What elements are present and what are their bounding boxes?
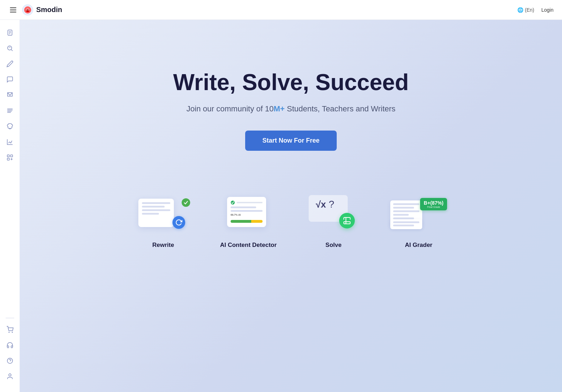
hero-section: Write, Solve, Succeed Join our community… bbox=[20, 20, 562, 179]
svg-point-27 bbox=[231, 200, 235, 204]
detector-label: AI Content Detector bbox=[220, 242, 277, 249]
sidebar-item-documents[interactable] bbox=[3, 26, 17, 40]
doc-line bbox=[142, 202, 170, 204]
svg-rect-19 bbox=[7, 158, 9, 160]
layout: Write, Solve, Succeed Join our community… bbox=[0, 0, 562, 392]
login-button[interactable]: Login bbox=[541, 7, 553, 13]
detector-illustration: 68.7% AI bbox=[216, 193, 280, 236]
sidebar-item-search[interactable] bbox=[3, 41, 17, 55]
svg-point-26 bbox=[9, 374, 11, 376]
sidebar-bottom bbox=[3, 315, 17, 386]
solve-badge bbox=[339, 213, 355, 228]
doc-line bbox=[231, 206, 256, 208]
sidebar-item-addwidget[interactable] bbox=[3, 150, 17, 165]
sidebar-item-cart[interactable] bbox=[3, 322, 17, 337]
hero-subtitle: Join our community of 10M+ Students, Tea… bbox=[186, 104, 395, 114]
hero-title: Write, Solve, Succeed bbox=[173, 70, 409, 96]
sidebar-item-write[interactable] bbox=[3, 57, 17, 71]
analytics-icon bbox=[6, 138, 13, 145]
sidebar-item-help[interactable] bbox=[3, 354, 17, 368]
solve-check-icon bbox=[343, 216, 351, 225]
sidebar-item-chat[interactable] bbox=[3, 72, 17, 87]
hamburger-menu-icon[interactable] bbox=[9, 6, 18, 14]
sidebar-item-support[interactable] bbox=[3, 338, 17, 352]
sidebar-item-analytics[interactable] bbox=[3, 135, 17, 149]
sidebar-item-text[interactable] bbox=[3, 104, 17, 118]
svg-point-22 bbox=[9, 332, 9, 333]
doc-line bbox=[393, 214, 409, 216]
feature-card-rewrite[interactable]: Rewrite bbox=[131, 193, 195, 249]
addwidget-icon bbox=[6, 154, 13, 161]
sidebar-top bbox=[3, 26, 17, 315]
smodin-logo-icon bbox=[22, 4, 33, 16]
doc-line bbox=[142, 206, 165, 208]
doc-line bbox=[393, 225, 414, 226]
document-icon bbox=[6, 29, 13, 36]
detector-check-icon bbox=[231, 200, 235, 205]
grade-badge: B+(87%) Final Grade bbox=[420, 198, 447, 210]
brain-icon bbox=[6, 123, 13, 130]
refresh-icon bbox=[175, 219, 182, 226]
svg-point-11 bbox=[7, 46, 12, 50]
rewrite-badge bbox=[172, 216, 185, 229]
message-icon bbox=[6, 92, 13, 99]
check-icon bbox=[183, 200, 188, 205]
svg-point-5 bbox=[26, 10, 27, 10]
features-section: Rewrite 68.7% A bbox=[20, 179, 562, 277]
math-box: √x ? bbox=[316, 199, 334, 210]
grader-label: AI Grader bbox=[405, 242, 432, 249]
sidebar-item-profile[interactable] bbox=[3, 369, 17, 383]
logo-text: Smodin bbox=[36, 6, 62, 14]
language-button[interactable]: 🌐 (En) bbox=[517, 7, 534, 13]
check-badge bbox=[182, 198, 190, 207]
grader-doc-bottom bbox=[390, 219, 422, 229]
doc-line bbox=[393, 207, 414, 209]
ai-bar bbox=[231, 220, 263, 223]
solve-container: √x ? bbox=[305, 195, 362, 234]
rewrite-doc bbox=[138, 199, 174, 227]
support-icon bbox=[6, 342, 13, 349]
chat-icon bbox=[6, 76, 13, 83]
doc-line bbox=[231, 210, 263, 212]
svg-line-12 bbox=[11, 50, 12, 51]
cart-icon bbox=[6, 326, 13, 333]
sidebar bbox=[0, 20, 20, 392]
rewrite-label: Rewrite bbox=[152, 242, 174, 249]
doc-line bbox=[393, 217, 414, 219]
logo-container[interactable]: Smodin bbox=[22, 4, 62, 16]
svg-point-24 bbox=[7, 358, 12, 364]
grader-illustration: B+(87%) Final Grade bbox=[387, 193, 451, 236]
navbar: Smodin 🌐 (En) Login bbox=[0, 0, 562, 20]
feature-card-solve[interactable]: √x ? Solve bbox=[302, 193, 365, 249]
svg-rect-17 bbox=[7, 155, 9, 157]
start-now-button[interactable]: Start Now For Free bbox=[245, 131, 336, 151]
doc-line bbox=[393, 221, 419, 223]
doc-line bbox=[142, 213, 159, 215]
sidebar-item-messages[interactable] bbox=[3, 88, 17, 102]
search-icon bbox=[6, 45, 13, 52]
svg-point-23 bbox=[12, 332, 12, 333]
help-icon bbox=[6, 357, 13, 364]
navbar-right: 🌐 (En) Login bbox=[517, 7, 553, 13]
detector-doc: 68.7% AI bbox=[227, 197, 266, 227]
pen-icon bbox=[6, 60, 13, 67]
doc-line bbox=[142, 209, 170, 211]
text-icon bbox=[6, 107, 13, 114]
svg-rect-18 bbox=[10, 155, 12, 157]
solve-illustration: √x ? bbox=[302, 193, 365, 236]
navbar-left: Smodin bbox=[9, 4, 62, 16]
sidebar-item-ai[interactable] bbox=[3, 119, 17, 133]
solve-label: Solve bbox=[325, 242, 341, 249]
doc-line bbox=[393, 210, 419, 212]
rewrite-illustration bbox=[131, 193, 195, 236]
profile-icon bbox=[6, 373, 13, 380]
svg-point-6 bbox=[28, 10, 29, 10]
sidebar-divider bbox=[6, 318, 14, 318]
grader-container: B+(87%) Final Grade bbox=[387, 195, 451, 234]
doc-line bbox=[393, 203, 419, 205]
feature-card-ai-content-detector[interactable]: 68.7% AI AI Content Detector bbox=[216, 193, 280, 249]
main-content: Write, Solve, Succeed Join our community… bbox=[20, 20, 562, 392]
feature-card-ai-grader[interactable]: B+(87%) Final Grade AI Grader bbox=[387, 193, 451, 249]
